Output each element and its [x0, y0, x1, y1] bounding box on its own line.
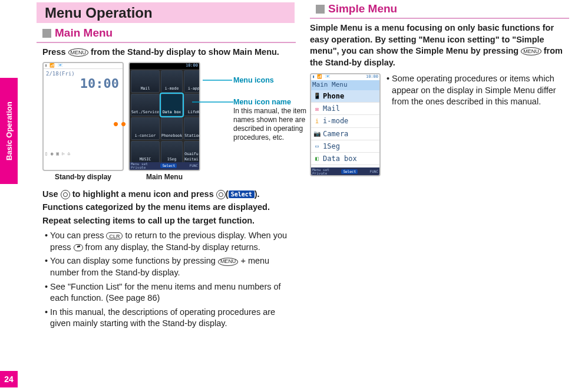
annotation-menu-icon-name: Menu icon name — [233, 97, 291, 107]
softkey-right: FUNC — [370, 169, 378, 174]
bullet-1: • You can press CLR to return to the pre… — [45, 230, 295, 253]
section-title: Menu Operation — [45, 5, 295, 21]
bullet-4: • In this manual, the descriptions of op… — [45, 307, 295, 330]
standby-caption: Stand-by display — [42, 172, 124, 182]
menu-icon: LifeKit — [184, 94, 200, 116]
simple-menu-heading: Simple Menu — [328, 2, 397, 15]
standby-time: 10:00 — [44, 77, 123, 90]
annotation-menu-icon-name-desc: In this manual, the item names shown her… — [233, 107, 310, 142]
nav-key-icon — [61, 190, 70, 199]
simple-menu-subhead: Simple Menu — [316, 2, 568, 15]
center-key-icon — [216, 190, 226, 199]
menu-icon: Set./Service — [131, 94, 160, 116]
menu-item-icon: 📱 — [313, 92, 321, 100]
menu-icon: Phonebook — [161, 117, 183, 140]
select-badge: Select — [229, 190, 255, 199]
menu-key-icon: MENU — [521, 47, 541, 55]
menu-item-label: i-mode — [323, 116, 348, 126]
use-instruction: Use to highlight a menu icon and press (… — [42, 189, 295, 201]
menu-icon: i-appli — [184, 70, 200, 93]
simple-menu-item: ii-mode — [311, 115, 379, 127]
menu-item-label: Phone — [323, 91, 344, 101]
square-icon — [316, 5, 325, 14]
menu-item-icon: 📷 — [313, 130, 321, 138]
menu-item-icon: ✉ — [313, 105, 321, 113]
softkey-right: FUNC — [190, 163, 198, 168]
softkey-select: Select — [341, 169, 358, 174]
simple-menu-item: 📱Phone — [311, 90, 379, 103]
main-menu-caption: Main Menu — [128, 172, 200, 182]
divider — [310, 18, 569, 19]
menu-icon: Stationery — [184, 117, 200, 140]
page-number: 24 — [0, 371, 18, 387]
simple-menu-intro: Simple Menu is a menu focusing on only b… — [310, 22, 568, 68]
bullet-2: • You can display some functions by pres… — [45, 255, 295, 278]
main-menu-figure: 10:00 Mail i-mode i-appli Set./Service D… — [128, 62, 200, 171]
menu-item-label: 1Seg — [323, 142, 340, 151]
menu-icon: Osaifu-Keitai — [184, 141, 200, 163]
menu-icon: i-mode — [161, 70, 183, 93]
simple-menu-item: ◧Data box — [311, 153, 379, 165]
main-menu-heading: Main Menu — [55, 27, 113, 40]
menu-item-label: Data box — [323, 154, 357, 163]
hangup-key-icon — [74, 244, 83, 251]
menu-item-label: Mail — [323, 104, 340, 113]
softkey-left: Menu set Private — [312, 168, 329, 175]
use-line3: Repeat selecting items to call up the ta… — [42, 215, 295, 227]
softkey-select: Select — [160, 163, 177, 168]
menu-icon: Mail — [131, 70, 160, 93]
bullet-3: • See "Function List" for the menu items… — [45, 281, 295, 304]
annotation-menu-icons: Menu icons — [233, 75, 274, 86]
menu-key-icon: MENU — [68, 48, 89, 57]
section-title-bar: Menu Operation — [37, 2, 295, 23]
simple-menu-item: ▭1Seg — [311, 140, 379, 153]
simple-menu-item: ✉Mail — [311, 103, 379, 115]
divider — [37, 42, 296, 43]
main-menu-intro: Press MENU from the Stand-by display to … — [42, 47, 295, 58]
menu-icon: MUSIC — [131, 141, 160, 163]
simple-menu-note: • Some operating procedures or items whi… — [387, 73, 568, 108]
clr-key-icon: CLR — [106, 232, 123, 239]
standby-display-figure: ▮ 📶 📧 2/18(Fri) 10:00 ▯ ◉ ▣ ▷ ⌂ — [42, 62, 124, 171]
menu-icon: i-concier — [131, 117, 160, 140]
menu-item-icon: ▭ — [313, 142, 321, 150]
menu-key-icon: MENU — [218, 258, 239, 266]
menu-item-icon: ◧ — [313, 155, 321, 163]
menu-icon-highlighted: Data box — [161, 94, 183, 116]
menu-item-icon: i — [313, 117, 321, 126]
side-tab: Basic Operation — [0, 78, 18, 184]
softkey-left: Menu set Private — [131, 162, 148, 169]
use-line2: Functions categorized by the menu items … — [42, 202, 295, 213]
simple-menu-item: 📷Camera — [311, 128, 379, 140]
simple-menu-figure: ▮ 📶 📧10:00 Main Menu 📱Phone✉Mailii-mode📷… — [310, 73, 381, 176]
menu-item-label: Camera — [323, 129, 348, 139]
menu-icon: 1Seg — [161, 141, 183, 163]
square-icon — [42, 29, 51, 38]
main-menu-subhead: Main Menu — [42, 27, 295, 40]
simple-menu-title: Main Menu — [311, 80, 379, 90]
